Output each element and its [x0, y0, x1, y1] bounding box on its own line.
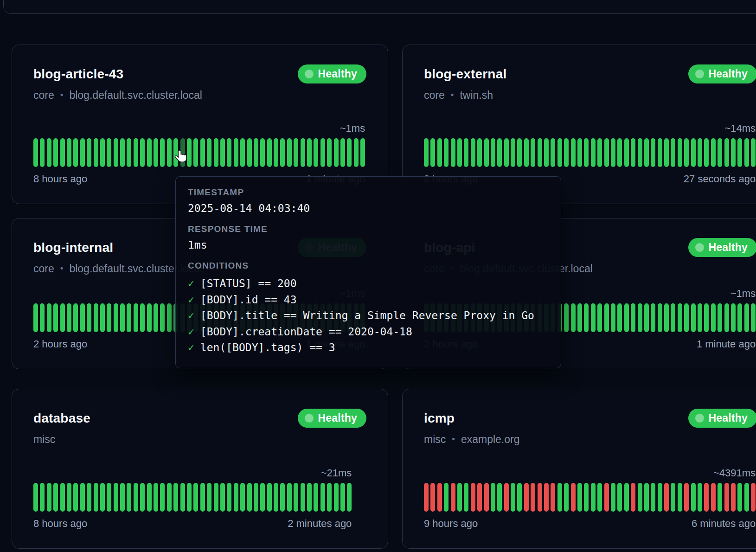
status-bar-down[interactable]	[604, 483, 609, 512]
status-bar-up[interactable]	[87, 303, 91, 332]
status-bar-down[interactable]	[664, 483, 669, 512]
status-bar-up[interactable]	[73, 303, 78, 332]
status-bar-up[interactable]	[80, 303, 85, 332]
status-bar-up[interactable]	[307, 138, 312, 167]
status-bar-up[interactable]	[604, 303, 609, 332]
status-bar-down[interactable]	[731, 483, 736, 512]
status-bar-down[interactable]	[504, 483, 509, 512]
status-bar-down[interactable]	[531, 483, 535, 512]
status-bar-up[interactable]	[577, 138, 582, 167]
status-bar-up[interactable]	[33, 138, 38, 167]
status-bar-up[interactable]	[644, 483, 649, 512]
status-bar-up[interactable]	[631, 138, 635, 167]
status-bar-up[interactable]	[280, 483, 285, 512]
status-bar-up[interactable]	[564, 138, 569, 167]
status-bar-up[interactable]	[678, 138, 682, 167]
status-bar-up[interactable]	[193, 483, 198, 512]
status-bar-up[interactable]	[564, 483, 569, 512]
status-bar-up[interactable]	[577, 483, 582, 512]
status-bar-up[interactable]	[504, 138, 509, 167]
status-bar-up[interactable]	[274, 483, 278, 512]
status-bar-up[interactable]	[577, 303, 582, 332]
status-bar-up[interactable]	[340, 138, 345, 167]
status-bar-up[interactable]	[557, 483, 562, 512]
status-bar-down[interactable]	[551, 483, 555, 512]
status-bar-up[interactable]	[327, 483, 332, 512]
status-bar-up[interactable]	[511, 138, 515, 167]
status-bar-up[interactable]	[234, 138, 238, 167]
status-bar-up[interactable]	[280, 138, 285, 167]
status-bar-up[interactable]	[200, 483, 205, 512]
status-bar-up[interactable]	[80, 138, 85, 167]
status-bar-up[interactable]	[551, 138, 555, 167]
status-bar-up[interactable]	[127, 483, 131, 512]
status-bar-up[interactable]	[247, 483, 252, 512]
status-bar-up[interactable]	[173, 483, 178, 512]
status-bar-up[interactable]	[644, 138, 649, 167]
status-bar-up[interactable]	[220, 138, 225, 167]
status-bar-up[interactable]	[73, 138, 78, 167]
status-bar-up[interactable]	[207, 483, 211, 512]
status-bar-down[interactable]	[751, 483, 756, 512]
status-bar-up[interactable]	[193, 138, 198, 167]
status-bar-up[interactable]	[274, 138, 278, 167]
status-bar-up[interactable]	[651, 303, 655, 332]
status-bar-up[interactable]	[698, 303, 702, 332]
status-bar-up[interactable]	[617, 303, 622, 332]
status-bar-up[interactable]	[624, 483, 629, 512]
status-bar-up[interactable]	[314, 138, 318, 167]
status-bar-up[interactable]	[751, 138, 756, 167]
status-bar-up[interactable]	[167, 483, 172, 512]
status-bar-up[interactable]	[704, 138, 709, 167]
status-bar-up[interactable]	[53, 483, 58, 512]
status-bar-up[interactable]	[597, 483, 602, 512]
status-bar-up[interactable]	[67, 138, 71, 167]
status-bar-up[interactable]	[120, 303, 125, 332]
status-bar-up[interactable]	[744, 483, 749, 512]
status-bar-up[interactable]	[704, 303, 709, 332]
status-bar-up[interactable]	[94, 483, 98, 512]
status-bar-up[interactable]	[664, 303, 669, 332]
status-bar-up[interactable]	[40, 483, 45, 512]
status-bar-up[interactable]	[718, 303, 722, 332]
status-bar-up[interactable]	[624, 303, 629, 332]
status-bar-up[interactable]	[114, 483, 118, 512]
status-bar-down[interactable]	[477, 483, 482, 512]
status-bar-up[interactable]	[471, 138, 475, 167]
status-bar-down[interactable]	[724, 483, 729, 512]
status-bar-up[interactable]	[180, 138, 185, 167]
status-bar-up[interactable]	[134, 303, 138, 332]
status-bar-up[interactable]	[147, 483, 152, 512]
status-bar-up[interactable]	[214, 483, 218, 512]
status-bar-up[interactable]	[544, 138, 549, 167]
status-bar-up[interactable]	[691, 138, 696, 167]
status-bar-up[interactable]	[611, 483, 615, 512]
status-bar-up[interactable]	[651, 138, 655, 167]
status-bar-up[interactable]	[584, 303, 589, 332]
status-bar-up[interactable]	[240, 483, 245, 512]
status-bar-up[interactable]	[160, 483, 165, 512]
status-bar-up[interactable]	[227, 138, 231, 167]
status-bar-up[interactable]	[517, 483, 522, 512]
status-bar-up[interactable]	[718, 138, 722, 167]
status-bar-up[interactable]	[451, 138, 455, 167]
status-bar-up[interactable]	[200, 138, 205, 167]
status-bar-up[interactable]	[254, 483, 258, 512]
status-bar-up[interactable]	[107, 483, 111, 512]
status-bar-up[interactable]	[47, 483, 51, 512]
status-bar-up[interactable]	[671, 138, 675, 167]
status-bar-up[interactable]	[638, 303, 642, 332]
status-bar-up[interactable]	[214, 138, 218, 167]
status-bar-up[interactable]	[234, 483, 238, 512]
status-bar-down[interactable]	[571, 483, 576, 512]
status-bar-up[interactable]	[347, 483, 352, 512]
status-bar-up[interactable]	[114, 303, 118, 332]
status-bar-up[interactable]	[167, 303, 172, 332]
status-bar-up[interactable]	[100, 138, 105, 167]
status-bar-up[interactable]	[617, 483, 622, 512]
status-bar-up[interactable]	[180, 483, 185, 512]
status-bar-down[interactable]	[437, 483, 442, 512]
status-bar-up[interactable]	[658, 483, 662, 512]
status-bar-up[interactable]	[611, 138, 615, 167]
status-bar-up[interactable]	[430, 138, 435, 167]
